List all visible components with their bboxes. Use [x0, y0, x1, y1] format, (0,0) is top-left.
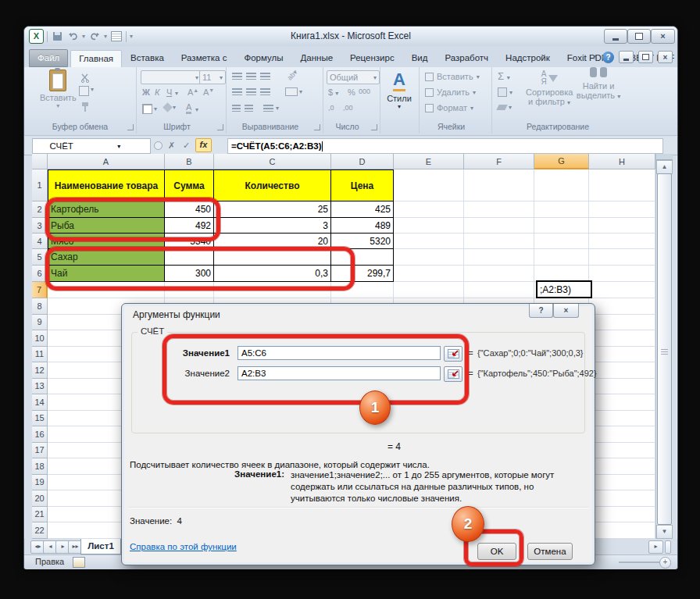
find-select-button[interactable]: Найти и выделить ▾ [576, 67, 621, 100]
paste-button[interactable]: Вставить ▾ [40, 70, 77, 109]
dialog-launcher-icon[interactable] [371, 124, 377, 130]
macro-record-icon[interactable] [73, 557, 85, 568]
row-header-19[interactable]: 19 [32, 475, 48, 491]
cell-H4[interactable] [589, 234, 655, 249]
dialog-launcher-icon[interactable] [314, 124, 320, 130]
cell-H13[interactable] [589, 379, 655, 395]
cancel-entry-button[interactable]: ✗ [166, 141, 177, 151]
cell-H3[interactable] [589, 218, 655, 234]
merge-center-button[interactable]: ▾ [285, 87, 302, 96]
cell-H18[interactable] [589, 458, 655, 475]
row-header-1[interactable]: 1 [32, 169, 48, 201]
row-header-14[interactable]: 14 [32, 394, 48, 411]
column-header-B[interactable]: B [165, 154, 214, 169]
fill-button[interactable]: ▾ [498, 87, 512, 97]
row-header-12[interactable]: 12 [32, 362, 48, 379]
cell-H1[interactable] [589, 169, 655, 201]
decrease-indent-icon[interactable] [232, 105, 241, 112]
copy-button[interactable]: ▾ [79, 86, 94, 96]
cell-H5[interactable] [589, 249, 655, 266]
tab-Формулы[interactable]: Формулы [235, 49, 291, 67]
cut-button[interactable] [80, 72, 91, 86]
cell-H9[interactable] [589, 315, 655, 331]
format-painter-button[interactable] [80, 102, 90, 116]
row-header-18[interactable]: 18 [32, 458, 48, 475]
fill-color-button[interactable]: ▾ [164, 104, 176, 111]
tab-Надстройк[interactable]: Надстройк [497, 49, 559, 67]
cell-G5[interactable] [534, 249, 589, 266]
styles-button[interactable]: А Стили ▾ [380, 70, 419, 110]
row-header-9[interactable]: 9 [32, 315, 48, 331]
tab-Разработч[interactable]: Разработч [436, 49, 497, 67]
confirm-entry-button[interactable]: ✓ [180, 141, 192, 151]
zoom-in-button[interactable]: + [659, 557, 671, 569]
insert-function-button[interactable]: fx [195, 138, 212, 152]
font-color-dropdown-icon[interactable]: ▾ [195, 106, 198, 113]
cell-D3[interactable]: 489 [331, 218, 394, 234]
tab-split-handle[interactable] [665, 540, 671, 554]
workbook-close-button[interactable]: × [658, 51, 673, 63]
tab-Разметка с[interactable]: Разметка с [173, 49, 236, 67]
cell-G1[interactable] [534, 169, 589, 201]
row-header-7[interactable]: 7 [32, 282, 48, 298]
sort-filter-button[interactable]: АЯ Сортировка и фильтр ▾ [526, 70, 573, 106]
column-header-E[interactable]: E [394, 154, 464, 169]
cell-E3[interactable] [394, 218, 464, 234]
comma-style-button[interactable]: 000 [359, 87, 370, 95]
align-center-icon[interactable] [246, 88, 256, 95]
align-top-icon[interactable] [232, 73, 242, 80]
close-button[interactable]: × [651, 29, 675, 44]
cell-G4[interactable] [534, 234, 589, 249]
grow-font-button[interactable]: А▲ [188, 87, 198, 97]
cell-C2[interactable]: 25 [214, 201, 331, 218]
column-header-C[interactable]: C [214, 154, 331, 169]
bold-button[interactable]: Ж [142, 87, 150, 97]
cell-H14[interactable] [589, 394, 655, 411]
column-header-G[interactable]: G [534, 154, 589, 169]
cell-H11[interactable] [589, 347, 655, 363]
editing-cell-G7[interactable]: ;A2:B3) [536, 280, 592, 298]
workbook-restore-button[interactable] [638, 51, 653, 63]
underline-dropdown-icon[interactable]: ▾ [175, 90, 178, 97]
tab-Файл[interactable]: Файл [29, 49, 68, 67]
align-middle-icon[interactable] [246, 73, 256, 80]
delete-cells-button[interactable]: Удалить▾ [425, 87, 476, 97]
row-header-22[interactable]: 22 [32, 522, 48, 539]
cell-F1[interactable] [464, 169, 534, 201]
row-header-11[interactable]: 11 [32, 347, 48, 363]
row-header-15[interactable]: 15 [32, 411, 48, 427]
vertical-scrollbar[interactable]: ▲ ▼ [655, 154, 673, 539]
name-box-dropdown-icon[interactable]: ▾ [91, 143, 151, 150]
cell-E6[interactable] [394, 266, 464, 282]
cell-E7[interactable] [394, 282, 464, 298]
cell-H6[interactable] [589, 266, 655, 282]
number-format-combo[interactable]: Общий▾ [327, 70, 380, 84]
dialog-launcher-icon[interactable] [217, 124, 223, 130]
format-cells-button[interactable]: Формат▾ [425, 103, 473, 112]
tab-Данные[interactable]: Данные [292, 49, 342, 67]
minimize-button[interactable] [604, 29, 627, 44]
shrink-font-button[interactable]: А▼ [203, 87, 214, 97]
cell-H19[interactable] [589, 475, 655, 491]
scroll-up-button[interactable]: ▲ [656, 160, 673, 174]
font-size-combo[interactable]: 11▾ [199, 70, 226, 84]
increase-decimal-button[interactable]: ,0 [328, 104, 334, 112]
font-color-button[interactable]: А [186, 102, 191, 114]
font-name-combo[interactable]: ▾ [141, 70, 202, 84]
cell-H21[interactable] [589, 507, 655, 523]
tab-Главная[interactable]: Главная [70, 50, 122, 67]
cell-H17[interactable] [589, 443, 655, 459]
formula-input[interactable]: =СЧЁТ(A5:C6;A2:B3) [227, 138, 663, 154]
row-header-17[interactable]: 17 [32, 443, 48, 459]
row-header-21[interactable]: 21 [32, 507, 48, 523]
cell-E4[interactable] [394, 234, 464, 249]
decrease-decimal-button[interactable]: ,00 [343, 104, 353, 112]
cell-F4[interactable] [464, 234, 534, 249]
row-header-8[interactable]: 8 [32, 298, 48, 315]
zoom-slider[interactable] [619, 562, 662, 563]
row-header-4[interactable]: 4 [32, 234, 48, 249]
function-help-link[interactable]: Справка по этой функции [130, 542, 237, 551]
increase-indent-icon[interactable] [245, 105, 253, 112]
help-icon[interactable]: ? [602, 52, 614, 63]
orientation-icon[interactable]: ab▾ [286, 68, 299, 81]
